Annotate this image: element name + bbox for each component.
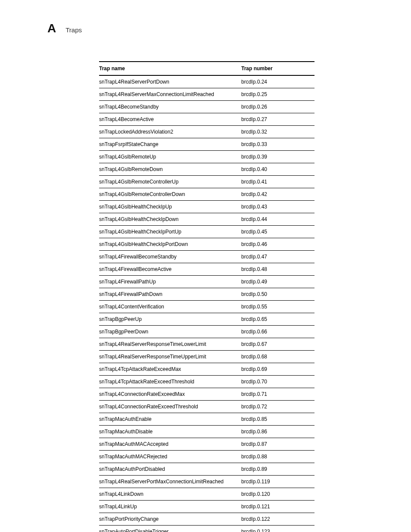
trap-number-cell: brcdIp.0.71: [241, 388, 314, 401]
table-row: snTrapL4BecomeStandbybrcdIp.0.26: [99, 101, 314, 113]
trap-number-cell: brcdIp.0.27: [241, 113, 314, 126]
table-row: snTrapL4ConnectionRateExceedThresholdbrc…: [99, 401, 314, 413]
trap-name-cell: snTrapAutoPortDisableTrigger: [99, 526, 241, 532]
table-row: snTrapL4TcpAttackRateExceedThresholdbrcd…: [99, 376, 314, 388]
page-header: A Traps: [0, 22, 411, 35]
trap-number-cell: brcdIp.0.47: [241, 251, 314, 263]
trap-number-cell: brcdIp.0.87: [241, 438, 314, 451]
traps-table: Trap name Trap number snTrapL4RealServer…: [99, 61, 314, 532]
trap-number-cell: brcdIp.0.119: [241, 476, 314, 488]
trap-name-cell: snTrapPortPriorityChange: [99, 513, 241, 526]
page: A Traps Trap name Trap number snTrapL4Re…: [0, 0, 411, 532]
table-row: snTrapL4RealServerResponseTimeUpperLimit…: [99, 351, 314, 363]
trap-name-cell: snTrapL4GslbHealthCheckIpPortDown: [99, 238, 241, 251]
trap-number-cell: brcdIp.0.69: [241, 363, 314, 376]
table-row: snTrapL4TcpAttackRateExceedMaxbrcdIp.0.6…: [99, 363, 314, 376]
trap-number-cell: brcdIp.0.55: [241, 301, 314, 313]
trap-number-cell: brcdIp.0.42: [241, 188, 314, 201]
table-row: snTrapL4GslbRemoteControllerUpbrcdIp.0.4…: [99, 176, 314, 188]
trap-name-cell: snTrapL4GslbHealthCheckIpPortUp: [99, 226, 241, 238]
trap-name-cell: snTrapL4FirewallPathDown: [99, 288, 241, 301]
trap-number-cell: brcdIp.0.24: [241, 75, 314, 88]
trap-name-cell: snTrapL4GslbRemoteControllerUp: [99, 176, 241, 188]
trap-name-cell: snTrapL4RealServerResponseTimeLowerLimit: [99, 338, 241, 351]
trap-number-cell: brcdIp.0.85: [241, 413, 314, 426]
trap-number-cell: brcdIp.0.65: [241, 313, 314, 326]
trap-name-cell: snTrapL4BecomeStandby: [99, 101, 241, 113]
table-row: snTrapL4GslbHealthCheckIpPortUpbrcdIp.0.…: [99, 226, 314, 238]
page-title: Traps: [65, 26, 82, 34]
trap-name-cell: snTrapMacAuthEnable: [99, 413, 241, 426]
trap-number-cell: brcdIp.0.32: [241, 126, 314, 138]
trap-number-cell: brcdIp.0.48: [241, 263, 314, 276]
table-row: snTrapL4GslbHealthCheckIpPortDownbrcdIp.…: [99, 238, 314, 251]
trap-name-cell: snTrapL4FirewallPathUp: [99, 276, 241, 288]
trap-number-cell: brcdIp.0.49: [241, 276, 314, 288]
trap-name-cell: snTrapL4TcpAttackRateExceedThreshold: [99, 376, 241, 388]
table-row: snTrapL4RealServerResponseTimeLowerLimit…: [99, 338, 314, 351]
table-row: snTrapL4GslbRemoteControllerDownbrcdIp.0…: [99, 188, 314, 201]
table-row: snTrapMacAuthMACRejectedbrcdIp.0.88: [99, 451, 314, 463]
trap-number-cell: brcdIp.0.72: [241, 401, 314, 413]
table-row: snTrapL4FirewallBecomeStandbybrcdIp.0.47: [99, 251, 314, 263]
trap-number-cell: brcdIp.0.66: [241, 326, 314, 338]
table-row: snTrapL4FirewallPathUpbrcdIp.0.49: [99, 276, 314, 288]
trap-name-cell: snTrapL4BecomeActive: [99, 113, 241, 126]
trap-name-cell: snTrapBgpPeerDown: [99, 326, 241, 338]
traps-table-wrap: Trap name Trap number snTrapL4RealServer…: [99, 61, 314, 532]
trap-name-cell: snTrapMacAuthPortDisabled: [99, 463, 241, 476]
trap-number-cell: brcdIp.0.121: [241, 501, 314, 513]
trap-name-cell: snTrapL4GslbHealthCheckIpDown: [99, 213, 241, 226]
trap-name-cell: snTrapL4LinkDown: [99, 488, 241, 501]
trap-number-cell: brcdIp.0.88: [241, 451, 314, 463]
table-row: snTrapBgpPeerUpbrcdIp.0.65: [99, 313, 314, 326]
trap-number-cell: brcdIp.0.68: [241, 351, 314, 363]
col-header-name: Trap name: [99, 62, 241, 75]
col-header-number: Trap number: [241, 62, 314, 75]
table-row: snTrapL4FirewallBecomeActivebrcdIp.0.48: [99, 263, 314, 276]
trap-number-cell: brcdIp.0.89: [241, 463, 314, 476]
trap-name-cell: snTrapL4FirewallBecomeStandby: [99, 251, 241, 263]
trap-number-cell: brcdIp.0.25: [241, 88, 314, 101]
trap-name-cell: snTrapL4GslbRemoteControllerDown: [99, 188, 241, 201]
trap-number-cell: brcdIp.0.33: [241, 138, 314, 151]
table-row: snTrapL4RealServerMaxConnectionLimitReac…: [99, 88, 314, 101]
table-row: snTrapL4LinkDownbrcdIp.0.120: [99, 488, 314, 501]
table-header-row: Trap name Trap number: [99, 62, 314, 75]
table-row: snTrapL4RealServerPortMaxConnectionLimit…: [99, 476, 314, 488]
table-row: snTrapL4ConnectionRateExceedMaxbrcdIp.0.…: [99, 388, 314, 401]
trap-number-cell: brcdIp.0.43: [241, 201, 314, 213]
trap-number-cell: brcdIp.0.70: [241, 376, 314, 388]
trap-name-cell: snTrapLockedAddressViolation2: [99, 126, 241, 138]
table-row: snTrapL4GslbHealthCheckIpDownbrcdIp.0.44: [99, 213, 314, 226]
trap-name-cell: snTrapFsrpIfStateChange: [99, 138, 241, 151]
trap-number-cell: brcdIp.0.67: [241, 338, 314, 351]
trap-name-cell: snTrapL4RealServerPortDown: [99, 75, 241, 88]
trap-name-cell: snTrapL4RealServerResponseTimeUpperLimit: [99, 351, 241, 363]
trap-number-cell: brcdIp.0.45: [241, 226, 314, 238]
table-row: snTrapL4GslbRemoteDownbrcdIp.0.40: [99, 163, 314, 176]
table-row: snTrapAutoPortDisableTriggerbrcdIp.0.123: [99, 526, 314, 532]
table-row: snTrapMacAuthEnablebrcdIp.0.85: [99, 413, 314, 426]
trap-name-cell: snTrapL4FirewallBecomeActive: [99, 263, 241, 276]
trap-name-cell: snTrapL4ConnectionRateExceedMax: [99, 388, 241, 401]
table-row: snTrapL4RealServerPortDownbrcdIp.0.24: [99, 75, 314, 88]
trap-name-cell: snTrapL4GslbRemoteDown: [99, 163, 241, 176]
trap-number-cell: brcdIp.0.39: [241, 151, 314, 163]
trap-name-cell: snTrapL4GslbHealthCheckIpUp: [99, 201, 241, 213]
trap-name-cell: snTrapL4RealServerMaxConnectionLimitReac…: [99, 88, 241, 101]
trap-name-cell: snTrapL4RealServerPortMaxConnectionLimit…: [99, 476, 241, 488]
trap-name-cell: snTrapBgpPeerUp: [99, 313, 241, 326]
trap-number-cell: brcdIp.0.46: [241, 238, 314, 251]
trap-number-cell: brcdIp.0.120: [241, 488, 314, 501]
table-row: snTrapL4FirewallPathDownbrcdIp.0.50: [99, 288, 314, 301]
trap-number-cell: brcdIp.0.86: [241, 426, 314, 438]
trap-number-cell: brcdIp.0.40: [241, 163, 314, 176]
trap-number-cell: brcdIp.0.26: [241, 101, 314, 113]
trap-number-cell: brcdIp.0.123: [241, 526, 314, 532]
appendix-letter: A: [47, 22, 56, 35]
trap-name-cell: snTrapMacAuthMACAccepted: [99, 438, 241, 451]
trap-number-cell: brcdIp.0.44: [241, 213, 314, 226]
table-row: snTrapL4LinkUpbrcdIp.0.121: [99, 501, 314, 513]
trap-name-cell: snTrapL4ConnectionRateExceedThreshold: [99, 401, 241, 413]
